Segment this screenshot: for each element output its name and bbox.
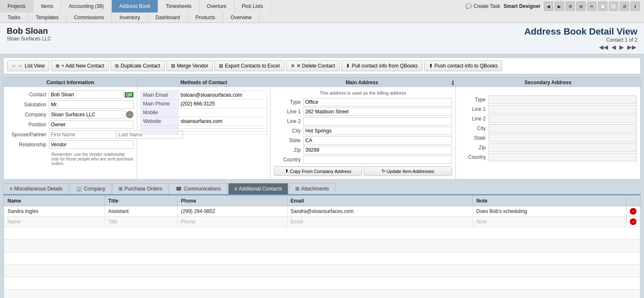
create-task-button[interactable]: 💬 Create Task <box>465 3 500 9</box>
main-phone-value[interactable] <box>179 100 267 108</box>
placeholder-phone[interactable]: Phone <box>177 217 287 227</box>
sec-zip-input[interactable] <box>488 143 637 152</box>
row1-phone: (299) 294-9852 <box>177 206 287 217</box>
add-new-contact-button[interactable]: ⊕ + Add New Contact <box>51 60 109 71</box>
window-icon[interactable]: ⬜ <box>609 2 618 11</box>
delete-row1-button[interactable]: − <box>630 208 636 215</box>
nav-accounting[interactable]: Accounting (39) <box>61 0 112 13</box>
placeholder-note[interactable]: Note <box>473 217 626 227</box>
delete-contact-button[interactable]: ✕ ✕ Delete Contact <box>286 60 340 71</box>
list-icon[interactable]: ☰ <box>620 2 629 11</box>
extra1-value[interactable] <box>179 126 267 129</box>
main-city-label: City <box>274 128 303 134</box>
placeholder-name[interactable]: Name <box>4 217 105 227</box>
sec-country-input[interactable] <box>488 153 637 161</box>
tab-attachments[interactable]: ⊞ Attachments <box>289 183 335 194</box>
nav-dashboard[interactable]: Dashboard <box>148 13 188 23</box>
placeholder-email[interactable]: Email <box>287 217 473 227</box>
prev-icon[interactable]: ◀ <box>544 2 553 11</box>
list-view-button[interactable]: ← ← List View <box>7 60 49 71</box>
contact-input[interactable] <box>49 90 124 99</box>
main-phone-input[interactable] <box>181 101 264 107</box>
nav-timesheets[interactable]: Timesheets <box>158 0 199 13</box>
position-input[interactable] <box>49 120 133 129</box>
tab-po-label: Purchase Orders <box>124 186 162 192</box>
company-value-group: − <box>49 110 133 119</box>
relationship-input[interactable] <box>49 140 133 149</box>
nav-commissions[interactable]: Commissions <box>66 13 112 23</box>
prev-arrow[interactable]: ◀ <box>611 44 617 50</box>
header-left: Bob Sloan Sloan Surfaces LLC <box>7 26 51 42</box>
clock-icon[interactable]: 🕐 <box>598 2 607 11</box>
delete-placeholder-button[interactable]: − <box>630 218 636 225</box>
nav-pick-lists[interactable]: Pick Lists <box>234 0 271 13</box>
main-zip-row: Zip <box>274 146 452 154</box>
first-arrow[interactable]: ◀◀ <box>598 44 609 50</box>
mobile-value[interactable] <box>179 108 267 117</box>
tabs-row: ≡ Miscellaneous Details 🏢 Company ⊞ Purc… <box>3 183 641 195</box>
website-value[interactable] <box>179 117 267 126</box>
sec-state-label: State <box>459 135 488 141</box>
nav-right-area: 💬 Create Task Smart Designer ◀ ▶ ⚙ ⊞ ✏ 🕐… <box>461 0 644 13</box>
tab-purchase-orders[interactable]: ⊞ Purchase Orders <box>112 183 169 194</box>
nav-tasks[interactable]: Tasks <box>0 13 28 23</box>
tab-additional-contacts[interactable]: ≡ Additional Contacts <box>228 183 288 194</box>
main-line2-input[interactable] <box>303 117 452 125</box>
update-item-addresses-button[interactable]: ↻ Update Item Addresses <box>364 166 452 176</box>
nav-items[interactable]: Items <box>33 0 61 13</box>
main-state-input[interactable] <box>303 136 452 145</box>
first-name-input[interactable] <box>49 130 116 139</box>
main-country-input[interactable] <box>303 155 452 164</box>
website-input[interactable] <box>181 118 264 124</box>
sec-line1-label: Line 1 <box>459 106 488 112</box>
main-email-input[interactable] <box>181 92 264 98</box>
sec-city-input[interactable] <box>488 124 637 133</box>
copy-from-company-button[interactable]: ⬆ Copy From Company Address <box>274 166 362 176</box>
placeholder-title[interactable]: Title <box>105 217 177 227</box>
salutation-input[interactable] <box>49 100 133 109</box>
merge-vendor-button[interactable]: ⊞ Merge Vendor <box>166 60 213 71</box>
nav-products[interactable]: Products <box>188 13 223 23</box>
extra2-value[interactable] <box>179 129 267 132</box>
main-address-panel: Main Address ℹ This address is used as t… <box>271 78 456 179</box>
sec-state-input[interactable] <box>488 134 637 142</box>
sec-line1-input[interactable] <box>488 105 637 113</box>
info-icon[interactable]: ℹ <box>631 2 640 11</box>
nav-overview[interactable]: Overview <box>223 13 259 23</box>
main-line1-input[interactable] <box>303 108 452 116</box>
extra3-value[interactable] <box>179 132 267 135</box>
tab-communications[interactable]: ☎ Communications <box>169 183 227 194</box>
grid-icon[interactable]: ⊞ <box>576 2 586 11</box>
export-contacts-button[interactable]: ⊞ Export Contacts to Excel <box>214 60 284 71</box>
sec-line2-input[interactable] <box>488 115 637 123</box>
main-email-value[interactable] <box>179 91 267 100</box>
next-arrow[interactable]: ▶ <box>619 44 625 50</box>
main-address-info-icon[interactable]: ℹ <box>452 80 454 86</box>
nav-inventory[interactable]: Inventory <box>112 13 148 23</box>
gear-icon[interactable]: ⚙ <box>566 2 575 11</box>
main-city-input[interactable] <box>303 127 452 135</box>
push-contact-info-button[interactable]: ⬆ Push contact info to QBooks <box>424 60 502 71</box>
mobile-input[interactable] <box>181 110 264 115</box>
pull-contact-info-button[interactable]: ⬇ Pull contact info from QBooks <box>341 60 422 71</box>
tab-company[interactable]: 🏢 Company <box>70 183 111 194</box>
company-remove-button[interactable]: − <box>126 111 133 118</box>
pencil-icon[interactable]: ✏ <box>587 2 596 11</box>
nav-address-book[interactable]: Address Book <box>112 0 158 13</box>
methods-of-contact-panel: Methods of Contact Main Email Main Phone… <box>137 78 271 179</box>
last-arrow[interactable]: ▶▶ <box>626 44 637 50</box>
tab-misc-details[interactable]: ≡ Miscellaneous Details <box>3 183 69 194</box>
next-icon[interactable]: ▶ <box>555 2 564 11</box>
company-input[interactable] <box>49 110 125 119</box>
method-row-mobile: Mobile <box>141 108 267 117</box>
pull-contact-label: Pull contact info from QBooks <box>352 63 418 69</box>
main-type-label: Type <box>274 99 303 105</box>
nav-overture[interactable]: Overture <box>199 0 234 13</box>
main-zip-input[interactable] <box>303 146 452 154</box>
duplicate-contact-button[interactable]: ⧉ Duplicate Contact <box>111 60 165 71</box>
sec-type-input[interactable] <box>488 95 637 104</box>
extra3-label <box>141 132 179 135</box>
nav-projects[interactable]: Projects <box>0 0 33 13</box>
main-type-input[interactable] <box>303 98 452 106</box>
nav-templates[interactable]: Templates <box>28 13 67 23</box>
